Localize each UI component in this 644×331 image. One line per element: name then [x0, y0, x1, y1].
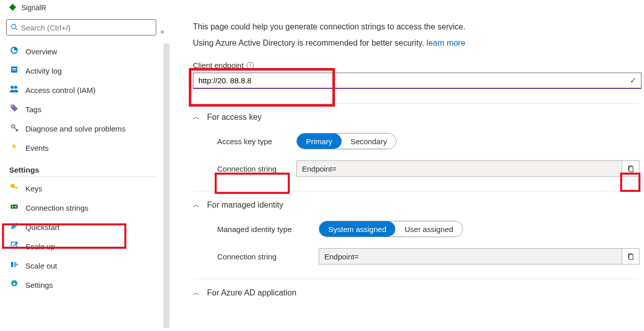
managed-identity-type-label: Managed identity type [217, 225, 319, 234]
client-endpoint-input[interactable] [193, 73, 641, 89]
settings-section-header: Settings [6, 157, 156, 177]
copy-icon [627, 165, 634, 172]
search-input[interactable] [21, 23, 152, 32]
svg-rect-18 [11, 242, 16, 247]
copy-mi-connection-string-button[interactable] [622, 248, 639, 264]
svg-rect-5 [12, 70, 16, 71]
svg-point-17 [15, 224, 16, 226]
sidebar-item-label: Settings [25, 281, 53, 289]
sidebar-item-keys[interactable]: Keys [6, 179, 156, 198]
copy-connection-string-button[interactable] [622, 160, 639, 177]
events-icon [9, 143, 19, 153]
section-aad-header[interactable]: ︿ For Azure AD application [193, 288, 639, 297]
main-content: This page could help you generate connec… [193, 22, 639, 309]
diagnose-icon [9, 123, 19, 134]
sidebar-item-label: Access control (IAM) [25, 86, 95, 94]
scale-out-icon [9, 260, 19, 271]
mi-user-assigned-pill[interactable]: User assigned [395, 221, 462, 237]
quickstart-icon [9, 222, 19, 232]
mi-connection-string-label: Connection string [217, 252, 319, 261]
chevron-up-icon: ︿ [193, 113, 200, 122]
svg-point-21 [13, 283, 16, 285]
access-key-secondary-pill[interactable]: Secondary [342, 134, 396, 149]
collapse-sidebar-icon[interactable]: « [160, 27, 164, 36]
sidebar-item-diagnose[interactable]: Diagnose and solve problems [6, 119, 156, 138]
sidebar-item-quickstart[interactable]: Quickstart [6, 217, 156, 237]
sidebar-item-tags[interactable]: Tags [6, 100, 156, 119]
section-access-key-header[interactable]: ︿ For access key [193, 113, 639, 122]
svg-rect-19 [11, 262, 13, 267]
iam-icon [9, 85, 19, 95]
svg-rect-4 [12, 68, 16, 69]
svg-line-1 [16, 28, 18, 30]
learn-more-link[interactable]: learn more [426, 39, 465, 47]
service-name: SignalR [21, 4, 46, 12]
section-managed-identity: ︿ For managed identity Managed identity … [193, 191, 639, 264]
managed-identity-type-toggle[interactable]: System assigned User assigned [319, 221, 463, 237]
scale-up-icon [9, 241, 19, 251]
connection-string-value[interactable]: Endpoint= [296, 160, 622, 177]
chevron-up-icon: ︿ [193, 201, 200, 210]
connection-strings-icon [9, 203, 19, 213]
svg-rect-14 [11, 205, 18, 209]
sidebar-item-connection-strings[interactable]: Connection strings [6, 198, 156, 217]
sidebar-item-scale-up[interactable]: Scale up [6, 237, 156, 256]
access-key-type-toggle[interactable]: Primary Secondary [296, 133, 396, 149]
sidebar-item-scale-out[interactable]: Scale out [6, 256, 156, 275]
sidebar-item-activity-log[interactable]: Activity log [6, 61, 156, 80]
info-icon[interactable]: i [247, 62, 254, 69]
access-key-primary-pill[interactable]: Primary [297, 134, 342, 149]
svg-rect-13 [16, 187, 17, 189]
section-access-key-title: For access key [207, 113, 262, 122]
sidebar: ◆ SignalR Overview Activity log Access c… [0, 0, 162, 331]
intro-text-2: Using Azure Active Directory is recommen… [193, 39, 639, 48]
sidebar-item-overview[interactable]: Overview [6, 42, 156, 61]
section-aad-title: For Azure AD application [207, 288, 296, 297]
svg-point-6 [11, 86, 14, 89]
search-icon [11, 23, 18, 32]
sidebar-item-events[interactable]: Events [6, 138, 156, 157]
service-header: ◆ SignalR [6, 0, 156, 19]
svg-rect-23 [629, 255, 633, 260]
sidebar-item-label: Quickstart [25, 223, 60, 231]
section-access-key: ︿ For access key Access key type Primary… [193, 103, 639, 177]
sidebar-scrollbar[interactable] [163, 44, 170, 328]
intro-text-1: This page could help you generate connec… [193, 22, 639, 31]
client-endpoint-label-text: Client endpoint [193, 61, 244, 70]
mi-system-assigned-pill[interactable]: System assigned [319, 221, 395, 237]
client-endpoint-label: Client endpoint i [193, 61, 639, 70]
sidebar-item-label: Keys [25, 184, 42, 193]
svg-point-15 [12, 206, 14, 208]
sidebar-item-label: Tags [25, 105, 42, 114]
activity-log-icon [9, 65, 19, 76]
intro-text-2a: Using Azure Active Directory is recommen… [193, 39, 426, 47]
sidebar-item-settings[interactable]: Settings [6, 275, 156, 294]
search-box[interactable] [6, 19, 156, 36]
svg-rect-22 [629, 167, 633, 172]
sidebar-item-iam[interactable]: Access control (IAM) [6, 80, 156, 100]
service-icon: ◆ [9, 1, 16, 12]
checkmark-icon: ✓ [630, 76, 636, 85]
copy-icon [627, 253, 634, 260]
sidebar-item-label: Connection strings [25, 204, 88, 212]
overview-icon [9, 46, 19, 56]
connection-string-label: Connection string [217, 164, 296, 173]
section-managed-identity-title: For managed identity [207, 201, 283, 210]
chevron-up-icon: ︿ [193, 288, 200, 297]
svg-rect-20 [14, 262, 16, 267]
settings-icon [9, 280, 19, 290]
access-key-type-label: Access key type [217, 137, 296, 146]
svg-point-16 [15, 206, 17, 208]
svg-point-8 [12, 106, 13, 107]
section-managed-identity-header[interactable]: ︿ For managed identity [193, 201, 639, 210]
sidebar-item-label: Scale up [25, 242, 55, 251]
sidebar-item-label: Scale out [25, 261, 57, 270]
section-aad: ︿ For Azure AD application [193, 279, 639, 297]
svg-point-7 [14, 86, 17, 89]
sidebar-item-label: Diagnose and solve problems [25, 124, 126, 133]
keys-icon [9, 183, 19, 193]
sidebar-item-label: Activity log [25, 67, 62, 75]
sidebar-item-label: Overview [25, 47, 57, 56]
mi-connection-string-value[interactable]: Endpoint= [319, 248, 622, 264]
sidebar-item-label: Events [25, 144, 49, 152]
